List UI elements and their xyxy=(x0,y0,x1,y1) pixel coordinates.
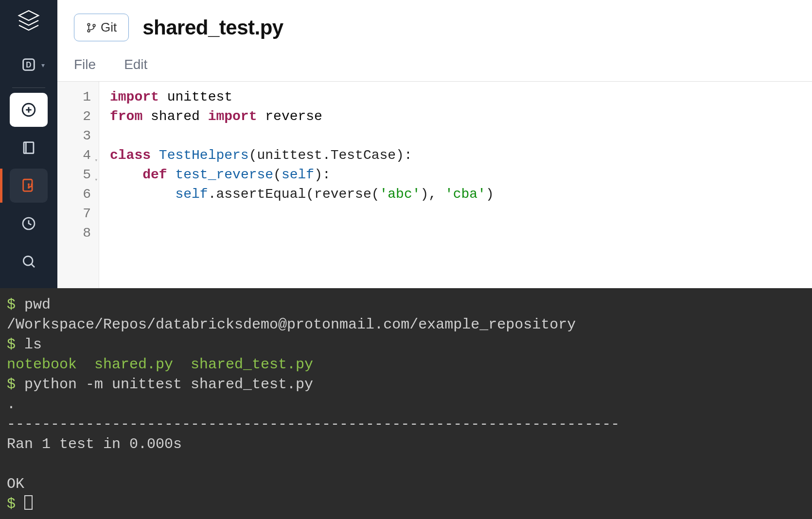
sidebar-divider xyxy=(12,87,45,88)
sidebar-item-search[interactable] xyxy=(10,244,48,278)
line-number: 6 xyxy=(57,185,99,204)
gutter: 1 2 3 4▾ 5▾ 6 7 8 xyxy=(57,82,99,288)
terminal[interactable]: $ pwd /Workspace/Repos/databricksdemo@pr… xyxy=(0,288,812,519)
line-number: 7 xyxy=(57,204,99,224)
svg-line-13 xyxy=(32,264,35,267)
svg-marker-0 xyxy=(19,11,38,20)
titlebar: Git shared_test.py xyxy=(57,0,812,46)
svg-point-15 xyxy=(88,30,90,32)
line-number: 3 xyxy=(57,126,99,146)
sidebar: D ▾ xyxy=(0,0,57,288)
main-area: Git shared_test.py File Edit 1 2 3 4▾ 5▾… xyxy=(57,0,812,288)
svg-text:D: D xyxy=(26,61,31,69)
page-title: shared_test.py xyxy=(142,16,283,39)
code-editor[interactable]: 1 2 3 4▾ 5▾ 6 7 8 import unittest from s… xyxy=(57,82,812,288)
sidebar-item-create[interactable] xyxy=(10,93,48,127)
terminal-cursor xyxy=(24,495,33,510)
line-number: 5▾ xyxy=(57,165,99,185)
git-button-label: Git xyxy=(101,20,117,35)
databricks-logo-icon[interactable] xyxy=(17,9,40,34)
sidebar-item-data[interactable]: D ▾ xyxy=(10,48,48,82)
sidebar-item-workspace[interactable] xyxy=(10,131,48,165)
menu-edit[interactable]: Edit xyxy=(124,57,147,72)
git-button[interactable]: Git xyxy=(74,14,129,41)
svg-point-16 xyxy=(93,24,95,27)
menu-file[interactable]: File xyxy=(74,57,96,72)
sidebar-item-recents[interactable] xyxy=(10,207,48,241)
svg-point-14 xyxy=(88,23,90,26)
menubar: File Edit xyxy=(57,46,812,82)
line-number: 2 xyxy=(57,107,99,126)
line-number: 8 xyxy=(57,224,99,243)
svg-point-9 xyxy=(31,183,33,185)
svg-point-12 xyxy=(23,256,33,265)
svg-point-8 xyxy=(28,183,30,185)
sidebar-item-repos[interactable] xyxy=(10,169,48,203)
line-number: 4▾ xyxy=(57,146,99,165)
line-number: 1 xyxy=(57,87,99,107)
chevron-down-icon: ▾ xyxy=(41,61,45,69)
code-area[interactable]: import unittest from shared import rever… xyxy=(99,82,494,288)
branch-icon xyxy=(86,21,97,34)
